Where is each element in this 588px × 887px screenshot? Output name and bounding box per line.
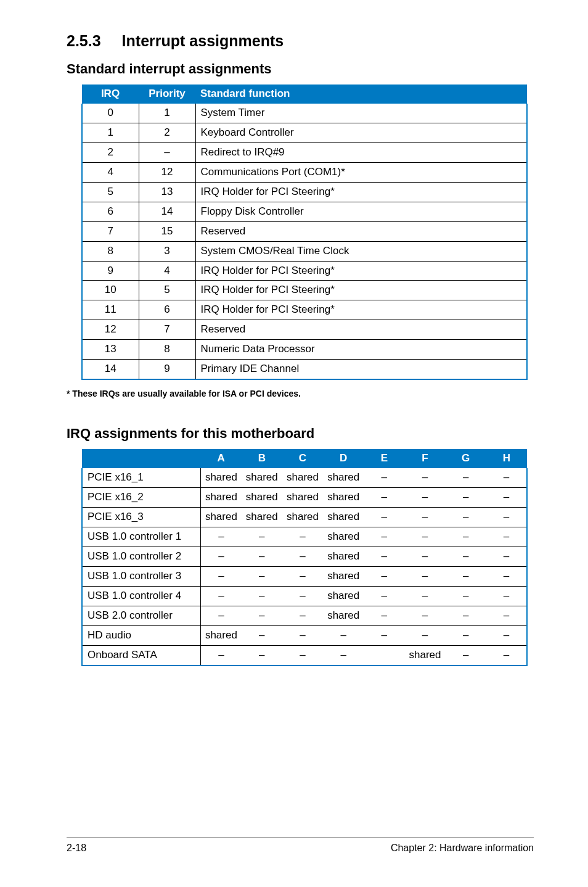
t2-cell-device: PCIE x16_1 — [82, 468, 201, 487]
t2-cell-h: – — [486, 547, 527, 566]
section-number: 2.5.3 — [67, 32, 101, 50]
t1-cell-irq: 12 — [82, 320, 139, 340]
t1-cell-priority: 14 — [139, 202, 195, 221]
t2-cell-c: – — [282, 606, 323, 625]
t2-cell-e: – — [364, 508, 404, 527]
t2-cell-f: – — [404, 527, 445, 547]
t2-cell-d: shared — [323, 606, 364, 625]
t1-cell-func: IRQ Holder for PCI Steering* — [195, 281, 527, 300]
table-row: 138Numeric Data Processor — [82, 340, 527, 360]
t2-cell-c: shared — [282, 488, 323, 508]
t2-cell-g: – — [446, 527, 486, 547]
footnote: * These IRQs are usually available for I… — [67, 389, 534, 398]
t2-cell-f: – — [404, 508, 445, 527]
t2-h-c: C — [282, 449, 323, 468]
t2-cell-a: – — [201, 527, 242, 547]
t2-cell-b: – — [242, 527, 282, 547]
t2-cell-c: – — [282, 566, 323, 586]
subheading-irq: IRQ assignments for this motherboard — [67, 426, 534, 442]
t1-cell-priority: 3 — [139, 241, 195, 261]
t2-cell-device: USB 2.0 controller — [82, 606, 201, 625]
t2-cell-e: – — [364, 566, 404, 586]
t2-cell-d: – — [323, 645, 364, 665]
t2-cell-h: – — [486, 566, 527, 586]
t1-cell-irq: 13 — [82, 340, 139, 360]
t1-cell-irq: 7 — [82, 221, 139, 241]
t2-cell-device: PCIE x16_3 — [82, 508, 201, 527]
t1-cell-priority: 7 — [139, 320, 195, 340]
t2-cell-a: – — [201, 566, 242, 586]
t2-cell-c: – — [282, 547, 323, 566]
table-row: USB 1.0 controller 1–––shared–––– — [82, 527, 527, 547]
table-row: 149Primary IDE Channel — [82, 360, 527, 379]
t1-h-priority: Priority — [139, 85, 195, 104]
t1-cell-irq: 10 — [82, 281, 139, 300]
table2-wrapper: A B C D E F G H PCIE x16_1sharedsharedsh… — [67, 449, 534, 666]
table-row: 127Reserved — [82, 320, 527, 340]
t2-h-a: A — [201, 449, 242, 468]
table-row: HD audioshared––––––– — [82, 625, 527, 645]
table-row: USB 1.0 controller 3–––shared–––– — [82, 566, 527, 586]
t2-cell-b: shared — [242, 508, 282, 527]
t2-cell-d: shared — [323, 586, 364, 606]
standard-interrupt-table: IRQ Priority Standard function 01System … — [81, 85, 528, 380]
t1-cell-irq: 6 — [82, 202, 139, 221]
t1-cell-func: Redirect to IRQ#9 — [195, 142, 527, 162]
t2-cell-a: shared — [201, 508, 242, 527]
t1-cell-func: Communications Port (COM1)* — [195, 162, 527, 182]
t2-cell-d: shared — [323, 547, 364, 566]
table-row: 12Keyboard Controller — [82, 123, 527, 142]
t1-cell-func: IRQ Holder for PCI Steering* — [195, 182, 527, 202]
t1-cell-priority: 4 — [139, 261, 195, 281]
t1-cell-priority: 2 — [139, 123, 195, 142]
t2-cell-e: – — [364, 488, 404, 508]
t2-cell-b: – — [242, 547, 282, 566]
table-row: 715Reserved — [82, 221, 527, 241]
t2-cell-a: – — [201, 547, 242, 566]
t1-cell-func: System CMOS/Real Time Clock — [195, 241, 527, 261]
t2-body: PCIE x16_1sharedsharedsharedshared––––PC… — [82, 468, 527, 665]
t2-cell-f: – — [404, 547, 445, 566]
table-row: Onboard SATA––––shared–– — [82, 645, 527, 665]
t1-cell-func: Reserved — [195, 320, 527, 340]
t2-cell-d: – — [323, 625, 364, 645]
table-row: USB 1.0 controller 2–––shared–––– — [82, 547, 527, 566]
t1-cell-func: Reserved — [195, 221, 527, 241]
t2-cell-h: – — [486, 508, 527, 527]
t2-cell-a: – — [201, 606, 242, 625]
t2-h-f: F — [404, 449, 445, 468]
table-row: 2–Redirect to IRQ#9 — [82, 142, 527, 162]
t2-h-h: H — [486, 449, 527, 468]
t2-cell-c: – — [282, 645, 323, 665]
t2-h-b: B — [242, 449, 282, 468]
t1-cell-priority: 6 — [139, 300, 195, 320]
t2-cell-h: – — [486, 586, 527, 606]
t2-cell-h: – — [486, 488, 527, 508]
t2-cell-device: USB 1.0 controller 3 — [82, 566, 201, 586]
t1-cell-irq: 11 — [82, 300, 139, 320]
t2-cell-device: USB 1.0 controller 4 — [82, 586, 201, 606]
t2-cell-b: – — [242, 625, 282, 645]
table1-header-row: IRQ Priority Standard function — [82, 85, 527, 104]
table1-wrapper: IRQ Priority Standard function 01System … — [67, 85, 534, 380]
t2-cell-h: – — [486, 468, 527, 487]
t2-cell-h: – — [486, 645, 527, 665]
table-row: 01System Timer — [82, 104, 527, 123]
t2-cell-b: – — [242, 606, 282, 625]
table-row: USB 1.0 controller 4–––shared–––– — [82, 586, 527, 606]
t2-cell-b: shared — [242, 488, 282, 508]
table-row: USB 2.0 controller–––shared–––– — [82, 606, 527, 625]
t2-cell-e: – — [364, 606, 404, 625]
page-footer: 2-18 Chapter 2: Hardware information — [67, 837, 534, 854]
t1-cell-irq: 5 — [82, 182, 139, 202]
table2-header-row: A B C D E F G H — [82, 449, 527, 468]
t2-cell-f: – — [404, 606, 445, 625]
t2-cell-f: – — [404, 586, 445, 606]
t2-cell-g: – — [446, 508, 486, 527]
t2-cell-g: – — [446, 645, 486, 665]
table-row: 83System CMOS/Real Time Clock — [82, 241, 527, 261]
t2-h-g: G — [446, 449, 486, 468]
t2-cell-b: – — [242, 645, 282, 665]
t1-cell-irq: 2 — [82, 142, 139, 162]
t2-cell-g: – — [446, 606, 486, 625]
